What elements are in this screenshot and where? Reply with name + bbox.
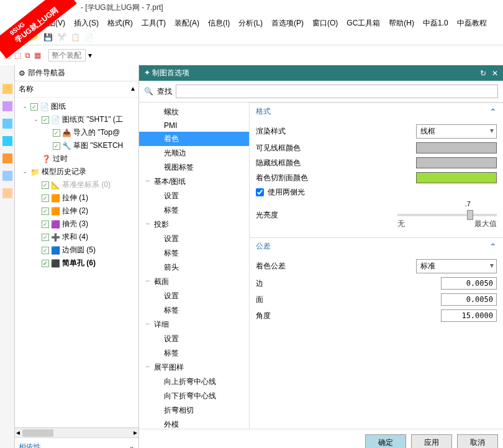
dependencies-section[interactable]: 相依性⌄ <box>15 437 138 448</box>
category-item[interactable]: 光顺边 <box>139 146 249 160</box>
menu-item[interactable]: 装配(A) <box>171 17 202 30</box>
gear-icon[interactable]: ⚙ <box>19 69 25 78</box>
category-item[interactable]: 向上折弯中心线 <box>139 375 249 389</box>
menu-item[interactable]: 工具(T) <box>138 17 169 30</box>
render-style-select[interactable]: 线框 <box>416 124 497 139</box>
checkbox-icon[interactable]: ✓ <box>42 221 49 228</box>
checkbox-icon[interactable]: ✓ <box>42 208 49 215</box>
reset-icon[interactable]: ↻ <box>480 69 486 78</box>
tree-item[interactable]: ❓过时 <box>17 152 136 165</box>
category-item[interactable]: 设置 <box>139 189 249 203</box>
nav-icon[interactable] <box>2 153 12 163</box>
menu-item[interactable]: 分析(L) <box>235 17 266 30</box>
visible-wireframe-color[interactable] <box>416 142 497 153</box>
menu-item[interactable]: 视图(V) <box>37 17 68 30</box>
menu-item[interactable]: 帮助(H) <box>386 17 417 30</box>
shade-tol-select[interactable]: 标准 <box>416 259 497 273</box>
category-item[interactable]: 设置 <box>139 289 249 303</box>
shade-cut-color[interactable] <box>416 172 497 183</box>
tree-item[interactable]: -📁模型历史记录 <box>17 165 136 178</box>
category-item[interactable]: 截面 <box>139 275 249 289</box>
dropdown-icon[interactable]: ▾ <box>88 51 92 60</box>
tool-icon[interactable]: ▦ <box>34 51 41 60</box>
tool-icon[interactable]: ⬚ <box>4 51 11 60</box>
category-item[interactable]: 箭头 <box>139 260 249 275</box>
nav-icon[interactable] <box>2 84 12 94</box>
assembly-filter-input[interactable] <box>48 49 86 62</box>
nav-icon[interactable] <box>2 119 12 129</box>
face-input[interactable] <box>441 293 497 306</box>
menu-item[interactable]: 信息(I) <box>205 17 233 30</box>
menu-item[interactable]: 中磊教程 <box>454 17 490 30</box>
checkbox-icon[interactable]: ✓ <box>42 116 49 124</box>
menu-item[interactable]: 中磊1.0 <box>420 17 451 30</box>
hidden-wireframe-color[interactable] <box>416 157 497 168</box>
copy-icon[interactable]: 📋 <box>71 33 81 43</box>
cut-icon[interactable]: ✂️ <box>57 33 67 43</box>
category-item[interactable]: 设置 <box>139 332 249 346</box>
category-item[interactable]: 标签 <box>139 203 249 217</box>
category-item[interactable]: 折弯相切 <box>139 403 249 418</box>
category-item[interactable]: 基本/图纸 <box>139 175 249 189</box>
ok-button[interactable]: 确定 <box>365 434 406 448</box>
category-item[interactable]: 视图标签 <box>139 160 249 175</box>
close-icon[interactable]: ✕ <box>492 69 498 78</box>
tool-icon[interactable]: ⧉ <box>25 51 30 60</box>
nav-icon[interactable] <box>2 188 12 198</box>
category-item[interactable]: 详细 <box>139 318 249 332</box>
group-format[interactable]: 格式⌃ <box>250 103 503 120</box>
nav-icon[interactable] <box>2 136 12 146</box>
category-item[interactable]: 螺纹 <box>139 105 249 119</box>
search-input[interactable] <box>176 85 498 98</box>
cancel-button[interactable]: 取消 <box>457 434 498 448</box>
h-scrollbar[interactable]: ◂ ▸ <box>15 427 138 437</box>
two-side-light-checkbox[interactable] <box>256 188 264 196</box>
tree-item[interactable]: ✓🔧草图 "SKETCH <box>17 139 136 152</box>
tool-icon[interactable]: ⬚ <box>14 51 21 60</box>
category-item[interactable]: 标签 <box>139 246 249 260</box>
tree-item[interactable]: ✓📥导入的 "Top@ <box>17 126 136 139</box>
category-item[interactable]: 设置 <box>139 232 249 246</box>
checkbox-icon[interactable]: ✓ <box>42 194 49 202</box>
tree-item[interactable]: -✓📄图纸页 "SHT1" (工 <box>17 113 136 126</box>
save-icon[interactable]: 💾 <box>43 33 53 43</box>
menu-item[interactable]: 窗口(O) <box>309 17 341 30</box>
checkbox-icon[interactable]: ✓ <box>53 129 60 137</box>
category-item[interactable]: PMI <box>139 119 249 132</box>
tree-item[interactable]: ✓🟪抽壳 (3) <box>17 217 136 231</box>
tree-item[interactable]: ✓⬛简单孔 (6) <box>17 257 136 270</box>
apply-button[interactable]: 应用 <box>411 434 452 448</box>
checkbox-icon[interactable]: ✓ <box>42 181 49 189</box>
category-item[interactable]: 外模 <box>139 418 249 429</box>
category-item[interactable]: 向下折弯中心线 <box>139 389 249 403</box>
menu-item[interactable]: 格式(R) <box>104 17 136 30</box>
category-item[interactable]: 展平图样 <box>139 360 249 375</box>
category-item[interactable]: 着色 <box>139 132 249 146</box>
menu-item[interactable]: 插入(S) <box>71 17 102 30</box>
tree-item[interactable]: ✓🟦边倒圆 (5) <box>17 244 136 257</box>
menu-item[interactable]: 首选项(P) <box>268 17 307 30</box>
tree-item[interactable]: -✓📄图纸 <box>17 100 136 113</box>
open-icon[interactable]: 📂 <box>30 33 40 43</box>
new-icon[interactable]: 📄 <box>16 33 26 43</box>
angle-input[interactable] <box>441 309 497 322</box>
group-tolerance[interactable]: 公差⌃ <box>250 237 503 255</box>
category-item[interactable]: 标签 <box>139 346 249 360</box>
checkbox-icon[interactable]: ✓ <box>42 260 49 267</box>
nav-icon[interactable] <box>2 171 12 181</box>
checkbox-icon[interactable]: ✓ <box>42 247 49 254</box>
tree-item[interactable]: ✓🟧拉伸 (2) <box>17 204 136 217</box>
menu-item[interactable]: GC工具箱 <box>343 17 383 30</box>
tree-item[interactable]: ✓➕求和 (4) <box>17 231 136 244</box>
category-item[interactable]: 投影 <box>139 217 249 232</box>
edge-input[interactable] <box>441 277 497 290</box>
paste-icon[interactable]: 📄 <box>84 33 94 43</box>
category-item[interactable]: 标签 <box>139 303 249 318</box>
checkbox-icon[interactable]: ✓ <box>42 234 49 241</box>
checkbox-icon[interactable]: ✓ <box>53 142 60 150</box>
brightness-slider[interactable] <box>397 214 497 216</box>
tree-item[interactable]: ✓🟧拉伸 (1) <box>17 191 136 204</box>
checkbox-icon[interactable]: ✓ <box>30 103 38 111</box>
tree-item[interactable]: ✓📐基准坐标系 (0) <box>17 178 136 191</box>
nav-icon[interactable] <box>2 101 12 111</box>
